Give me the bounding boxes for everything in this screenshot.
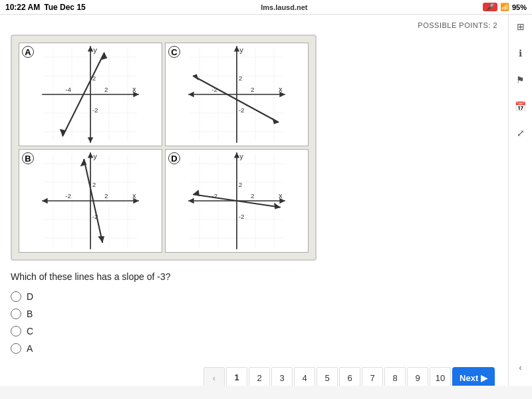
- svg-text:x: x: [132, 192, 136, 200]
- answer-choice-A[interactable]: A: [11, 343, 497, 354]
- page-8-button[interactable]: 8: [384, 367, 406, 386]
- wifi-icon: 📶: [500, 3, 509, 11]
- answer-choice-C[interactable]: C: [11, 326, 497, 336]
- points-header: POSSIBLE POINTS: 2: [11, 21, 497, 29]
- grid-icon[interactable]: ⊞: [513, 19, 529, 35]
- answer-label-C: C: [27, 326, 33, 336]
- next-button[interactable]: Next ▶: [452, 367, 495, 386]
- svg-text:-2: -2: [239, 106, 245, 114]
- svg-text:2: 2: [239, 181, 242, 188]
- page-7-button[interactable]: 7: [362, 367, 383, 386]
- question-text: Which of these lines has a slope of -3?: [11, 271, 497, 282]
- radio-B[interactable]: [11, 309, 21, 319]
- date-display: Tue Dec 15: [44, 3, 85, 12]
- answer-choice-D[interactable]: D: [11, 291, 497, 302]
- answer-label-B: B: [27, 309, 33, 319]
- answer-choices: D B C A: [11, 291, 497, 354]
- page-2-button[interactable]: 2: [249, 367, 270, 386]
- svg-marker-84: [234, 152, 239, 158]
- time-display: 10:22 AM: [5, 3, 40, 12]
- graph-svg-A: y x 2 -4 2 -2: [19, 43, 162, 146]
- svg-marker-94: [274, 203, 281, 209]
- svg-marker-62: [42, 198, 47, 203]
- svg-text:2: 2: [92, 181, 96, 188]
- status-bar-left: 10:22 AM Tue Dec 15: [5, 3, 86, 12]
- graph-container: A: [11, 35, 317, 261]
- svg-marker-95: [193, 190, 200, 196]
- content-area: POSSIBLE POINTS: 2 A: [0, 15, 508, 386]
- page-10-button[interactable]: 10: [430, 367, 451, 386]
- svg-marker-46: [272, 118, 279, 124]
- graph-label-C: C: [168, 46, 180, 58]
- svg-marker-60: [88, 152, 93, 158]
- mic-icon: 🎤: [483, 3, 497, 11]
- svg-marker-86: [188, 198, 194, 203]
- graph-svg-D: y x 2 -2 2 -2: [166, 150, 308, 252]
- prev-button[interactable]: ‹: [203, 367, 225, 386]
- radio-A[interactable]: [11, 343, 21, 354]
- answer-label-D: D: [27, 291, 33, 302]
- system-status: 🎤 📶 95%: [483, 3, 527, 11]
- expand-icon[interactable]: ⤢: [513, 125, 529, 141]
- graph-label-D: D: [168, 152, 180, 164]
- radio-D[interactable]: [11, 291, 21, 302]
- svg-text:y: y: [239, 152, 243, 160]
- page-6-button[interactable]: 6: [339, 367, 360, 386]
- graph-D: D y x: [165, 149, 309, 253]
- page-5-button[interactable]: 5: [317, 367, 338, 386]
- pagination: ‹ 1 2 3 4 5 6 7 8 9 10 Next ▶: [11, 367, 497, 386]
- svg-text:2: 2: [251, 192, 254, 200]
- calendar-icon[interactable]: 📅: [513, 98, 529, 114]
- page-1-button[interactable]: 1: [226, 367, 247, 386]
- svg-marker-70: [98, 236, 104, 243]
- graph-label-A: A: [22, 46, 34, 58]
- svg-text:y: y: [93, 46, 97, 54]
- svg-text:2: 2: [239, 74, 242, 82]
- svg-text:y: y: [93, 152, 97, 160]
- svg-text:-2: -2: [65, 192, 71, 200]
- url-display: lms.lausd.net: [261, 3, 307, 11]
- svg-marker-12: [88, 46, 93, 51]
- graph-svg-B: y x 2 -2 2 -2: [19, 150, 162, 252]
- answer-choice-B[interactable]: B: [11, 309, 497, 319]
- page-4-button[interactable]: 4: [294, 367, 315, 386]
- page-9-button[interactable]: 9: [407, 367, 428, 386]
- svg-text:x: x: [279, 85, 283, 93]
- graph-C: C y x: [165, 43, 309, 146]
- svg-marker-22: [100, 53, 107, 60]
- svg-text:2: 2: [104, 192, 108, 200]
- svg-line-45: [193, 76, 279, 122]
- main-container: POSSIBLE POINTS: 2 A: [0, 15, 532, 386]
- svg-text:2: 2: [104, 86, 108, 93]
- info-icon[interactable]: ℹ: [513, 45, 529, 61]
- svg-text:-2: -2: [239, 213, 245, 220]
- flag-icon[interactable]: ⚑: [513, 72, 529, 88]
- svg-marker-38: [188, 92, 194, 97]
- svg-text:-2: -2: [92, 106, 98, 114]
- svg-text:-4: -4: [65, 86, 71, 93]
- svg-text:x: x: [279, 192, 283, 200]
- svg-text:x: x: [132, 85, 136, 93]
- collapse-button[interactable]: ‹: [519, 363, 522, 372]
- page-3-button[interactable]: 3: [271, 367, 293, 386]
- graph-A: A: [19, 43, 162, 146]
- svg-marker-47: [193, 74, 198, 80]
- graph-svg-C: y x 2 -2 2 -2: [166, 43, 308, 146]
- answer-label-A: A: [27, 343, 33, 354]
- svg-marker-14: [88, 137, 93, 142]
- right-sidebar: ⊞ ℹ ⚑ 📅 ⤢ ‹: [508, 15, 532, 386]
- svg-text:y: y: [239, 46, 243, 54]
- radio-C[interactable]: [11, 326, 21, 336]
- battery-display: 95%: [512, 3, 527, 11]
- status-bar: 10:22 AM Tue Dec 15 lms.lausd.net 🎤 📶 95…: [0, 0, 532, 15]
- graph-B: B y x: [19, 149, 162, 253]
- svg-text:2: 2: [251, 86, 254, 93]
- svg-marker-36: [234, 46, 239, 51]
- graph-label-B: B: [22, 152, 34, 164]
